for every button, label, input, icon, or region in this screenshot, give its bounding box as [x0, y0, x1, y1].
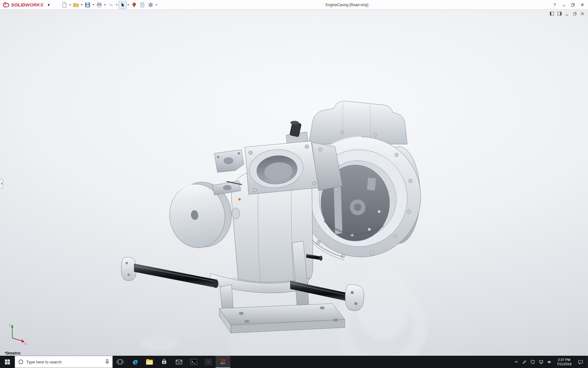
mounting-bracket[interactable] — [213, 150, 244, 195]
pen-tray-button[interactable] — [520, 356, 529, 368]
edge-button[interactable]: e — [127, 356, 142, 368]
new-document-button[interactable] — [60, 1, 68, 9]
doc-restore-button[interactable] — [572, 11, 577, 16]
save-icon — [85, 2, 90, 8]
select-arrow-icon — [120, 2, 125, 8]
graphics-viewport[interactable]: Y X *Dimetric — [0, 10, 588, 356]
open-button[interactable] — [72, 1, 80, 9]
network-tray-button[interactable] — [537, 356, 545, 368]
print-icon — [96, 2, 102, 8]
tray-time: 2:37 PM — [558, 358, 571, 362]
selection-point[interactable] — [238, 198, 241, 201]
pane-left-icon — [550, 12, 554, 16]
dark-tile-app-icon — [205, 359, 212, 365]
undo-button[interactable] — [107, 1, 115, 9]
close-button[interactable] — [578, 0, 587, 10]
pane-right-icon — [557, 12, 562, 16]
doc-close-button[interactable] — [580, 11, 585, 16]
defender-tray-button[interactable] — [529, 356, 537, 368]
toolbar-expand-button[interactable] — [46, 2, 52, 8]
edge-icon: e — [131, 358, 139, 366]
hidden-icons-chevron[interactable] — [512, 356, 520, 368]
file-properties-icon — [140, 2, 145, 8]
new-document-icon — [62, 2, 67, 8]
carb-mount-plate[interactable] — [245, 141, 322, 194]
show-desktop-button[interactable] — [586, 356, 588, 368]
undo-icon — [108, 2, 114, 8]
front-shaft[interactable] — [121, 257, 218, 288]
brand-wordmark: SOLIDWORKS — [11, 2, 43, 7]
document-window-controls — [549, 11, 585, 16]
doc-minimize-button[interactable] — [565, 11, 570, 16]
print-dropdown[interactable] — [104, 1, 107, 9]
save-button[interactable] — [84, 1, 92, 9]
search-input[interactable] — [26, 360, 102, 364]
rebuild-button[interactable] — [130, 1, 138, 9]
open-dropdown[interactable] — [80, 1, 83, 9]
volume-icon — [547, 360, 552, 364]
minimize-button[interactable] — [559, 0, 568, 10]
options-button[interactable] — [147, 1, 155, 9]
command-prompt-button[interactable] — [186, 356, 201, 368]
select-tool-button[interactable] — [119, 1, 126, 9]
restore-icon — [571, 3, 575, 7]
app-window-controls: ? — [550, 0, 588, 10]
ignition-coil[interactable] — [286, 121, 308, 144]
dassault-systemes-logo-icon — [2, 2, 10, 8]
taskbar-clock[interactable]: 2:37 PM 7/11/2018 — [553, 356, 575, 368]
select-tool-dropdown[interactable] — [127, 1, 130, 9]
volume-tray-button[interactable] — [545, 356, 553, 368]
action-center-icon — [578, 360, 583, 364]
dark-tile-app-button[interactable] — [201, 356, 216, 368]
store-bag-icon — [161, 358, 168, 365]
solidworks-app-icon: SW 2017 — [220, 359, 226, 365]
featuremanager-collapsed-tab[interactable] — [0, 179, 3, 188]
action-center-button[interactable] — [575, 356, 586, 368]
save-dropdown[interactable] — [92, 1, 95, 9]
doc-minimize-icon — [565, 12, 569, 16]
triad-x-label: X — [24, 342, 26, 345]
view-orientation-label: *Dimetric — [5, 351, 21, 355]
windows-logo-icon — [5, 359, 10, 365]
file-explorer-icon — [146, 359, 153, 365]
quick-access-toolbar — [60, 1, 158, 9]
open-folder-icon — [73, 2, 79, 8]
microphone-icon[interactable] — [105, 359, 109, 365]
task-view-icon — [117, 359, 123, 365]
solidworks-taskbar-button[interactable]: SW 2017 — [216, 356, 230, 368]
store-button[interactable] — [157, 356, 172, 368]
svg-text:e: e — [132, 358, 138, 366]
titlebar: SOLIDWORKS — [0, 0, 588, 10]
chevron-up-icon — [514, 360, 518, 363]
mail-button[interactable] — [172, 356, 186, 368]
gear-icon — [148, 2, 153, 8]
task-view-button[interactable] — [113, 356, 127, 368]
tray-date: 7/11/2018 — [557, 362, 571, 366]
print-button[interactable] — [95, 1, 103, 9]
engine-casing-model[interactable] — [0, 10, 588, 356]
file-explorer-button[interactable] — [142, 356, 157, 368]
file-properties-button[interactable] — [138, 1, 146, 9]
doc-close-icon — [581, 12, 584, 16]
close-icon — [581, 3, 584, 6]
undo-dropdown[interactable] — [115, 1, 118, 9]
doc-pane-left-button[interactable] — [549, 11, 554, 16]
help-button[interactable]: ? — [550, 0, 559, 10]
orientation-triad: Y X — [7, 322, 28, 345]
start-button[interactable] — [0, 356, 15, 368]
taskbar-search[interactable] — [15, 356, 113, 368]
triad-y-label: Y — [9, 324, 11, 327]
restore-button[interactable] — [568, 0, 578, 10]
pen-icon — [522, 360, 526, 364]
windows-taskbar: e SW 201 — [0, 356, 588, 368]
options-dropdown[interactable] — [155, 1, 158, 9]
doc-restore-icon — [573, 12, 577, 16]
mail-icon — [175, 359, 183, 365]
document-title: EngineCasing [Read-only] — [326, 3, 368, 7]
minimize-icon — [562, 3, 566, 6]
new-document-dropdown[interactable] — [69, 1, 72, 9]
rebuild-icon — [131, 2, 137, 8]
doc-pane-right-button[interactable] — [557, 11, 562, 16]
base-plate[interactable] — [219, 304, 345, 333]
system-tray: 2:37 PM 7/11/2018 — [512, 356, 588, 368]
